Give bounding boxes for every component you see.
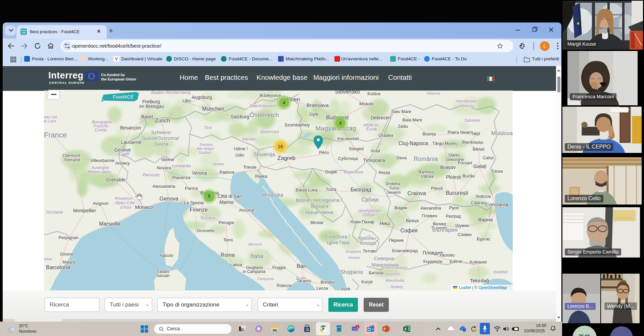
svg-text:Hrvatska: Hrvatska (262, 192, 283, 198)
svg-text:Piatra Neamț: Piatra Neamț (448, 130, 473, 135)
svg-text:Pyce: Pyce (449, 205, 459, 210)
svg-text:Auvergne-: Auvergne- (91, 165, 110, 170)
svg-text:Плевен: Плевен (422, 213, 437, 218)
svg-text:Alessandria: Alessandria (152, 184, 176, 189)
svg-text:Lecce: Lecce (317, 286, 328, 290)
svg-text:Arad: Arad (371, 148, 380, 153)
svg-text:Rhône-Alpes: Rhône-Alpes (88, 170, 111, 174)
svg-text:București: București (446, 190, 468, 196)
svg-text:Udine /: Udine / (234, 146, 248, 151)
svg-text:Ploiești: Ploiești (446, 174, 461, 180)
svg-text:Marino: Marino (220, 200, 234, 205)
svg-text:Călărași: Călărași (471, 201, 486, 205)
svg-text:Ajaccio: Ajaccio (159, 253, 173, 258)
svg-text:Bistrița: Bistrița (422, 131, 436, 136)
svg-text:Timișoara: Timișoara (363, 157, 385, 163)
svg-text:Barcelona: Barcelona (46, 265, 70, 270)
svg-text:Варна: Варна (478, 217, 493, 222)
svg-text:Bârlad: Bârlad (473, 147, 485, 152)
svg-text:Comté: Comté (95, 128, 107, 132)
svg-text:Buzău: Buzău (463, 173, 475, 178)
svg-text:Црна Гора: Црна Гора (327, 240, 350, 245)
svg-text:Διοίκηση: Διοίκηση (386, 272, 401, 276)
svg-text:Constanța: Constanța (486, 202, 509, 207)
svg-text:Svizra: Svizra (154, 141, 168, 147)
svg-text:Verona: Verona (192, 170, 207, 176)
svg-text:Satu Mare: Satu Mare (391, 109, 411, 114)
svg-text:Shqipëria: Shqipëria (340, 269, 363, 275)
svg-text:Craiova: Craiova (407, 190, 426, 196)
svg-text:Μακεδονίας: Μακεδονίας (385, 278, 405, 283)
svg-text:Сливен: Сливен (458, 232, 472, 237)
svg-text:Нови Пазар: Нови Пазар (350, 219, 374, 224)
svg-text:Bari: Bari (297, 263, 306, 269)
svg-text:Villeurbanne: Villeurbanne (90, 158, 114, 163)
svg-text:Drobeta-: Drobeta- (386, 181, 402, 186)
svg-text:România: România (414, 156, 438, 162)
svg-text:16: 16 (278, 144, 283, 149)
svg-text:Shqipëria: Shqipëria (346, 249, 361, 254)
svg-text:Oberösterreich: Oberösterreich (249, 104, 276, 108)
svg-text:Хасково: Хасково (439, 253, 455, 258)
svg-text:Suisse/Svizzera/: Suisse/Svizzera/ (142, 135, 180, 141)
svg-text:Ниш: Ниш (379, 220, 390, 226)
svg-text:Iași: Iași (472, 130, 480, 136)
svg-text:Baia Mare: Baia Mare (402, 117, 422, 122)
svg-text:София: София (400, 228, 417, 233)
svg-text:Pécs: Pécs (319, 150, 329, 155)
svg-text:Baden-Württemberg: Baden-Württemberg (151, 91, 191, 95)
svg-text:Perpignan: Perpignan (58, 235, 78, 240)
svg-text:Szeged: Szeged (349, 146, 364, 151)
svg-text:Trieste: Trieste (243, 165, 256, 170)
svg-text:Marseille: Marseille (99, 221, 121, 227)
svg-text:Padova: Padova (220, 170, 235, 175)
svg-text:X: X (404, 327, 407, 331)
svg-text:d'Azur: d'Azur (120, 205, 132, 210)
svg-text:Észak: Észak (366, 126, 378, 131)
svg-text:Војводина: Војводина (344, 170, 363, 174)
svg-text:Veneto: Veneto (213, 162, 224, 166)
svg-text:Abruzzo: Abruzzo (248, 242, 262, 246)
svg-text:Perugia: Perugia (219, 220, 234, 225)
svg-text:Alexandria: Alexandria (420, 206, 441, 211)
svg-text:Tuzla: Tuzla (326, 187, 336, 192)
svg-text:Враца: Враца (406, 218, 419, 223)
svg-text:Foggia: Foggia (272, 265, 286, 270)
svg-text:Turnu: Turnu (389, 186, 400, 190)
svg-text:Südtirol: Südtirol (198, 151, 211, 155)
svg-text:Oradea: Oradea (378, 133, 393, 138)
svg-text:Bosna i Hercegovina /: Bosna i Hercegovina / (296, 198, 342, 203)
svg-text:Kecskemét: Kecskemét (337, 136, 359, 141)
svg-text:z: z (554, 326, 555, 328)
svg-text:Steiermark: Steiermark (260, 129, 280, 134)
svg-text:Видин: Видин (395, 205, 407, 210)
svg-text:Veriore: Veriore (348, 256, 360, 260)
svg-text:Crna Gora /: Crna Gora / (325, 234, 350, 239)
svg-text:Latina: Latina (230, 262, 242, 267)
svg-text:Piemonte: Piemonte (143, 173, 160, 177)
svg-text:Mataró: Mataró (62, 260, 75, 265)
svg-text:Terni: Terni (223, 237, 233, 242)
svg-text:область: область (459, 104, 474, 108)
svg-text:Montpellier: Montpellier (73, 208, 96, 213)
svg-text:Novara: Novara (157, 165, 171, 170)
svg-text:Brindisi: Brindisi (321, 280, 335, 285)
svg-text:Košice: Košice (367, 91, 380, 96)
svg-text:Grosseto: Grosseto (197, 228, 215, 233)
svg-text:Miskolc: Miskolc (359, 101, 374, 106)
svg-text:Кърджали: Кърджали (423, 259, 442, 264)
svg-text:Roma: Roma (221, 252, 235, 258)
svg-text:Tekirdağ: Tekirdağ (470, 278, 489, 283)
svg-text:Ulm: Ulm (183, 98, 191, 104)
svg-text:entre-Val: entre-Val (44, 115, 57, 119)
svg-text:Avignon: Avignon (93, 201, 109, 206)
svg-text:La Spezia: La Spezia (184, 200, 204, 205)
svg-text:България: България (432, 227, 457, 233)
svg-text:Kosovo: Kosovo (360, 240, 376, 246)
svg-text:Αποκεντρωμένη: Αποκεντρωμένη (381, 265, 408, 269)
svg-text:Alpes-Côte: Alpes-Côte (114, 201, 135, 205)
svg-text:Београд: Београд (351, 187, 371, 192)
svg-text:Разград: Разград (446, 214, 461, 219)
svg-text:Северна: Северна (374, 256, 395, 261)
svg-text:Città di San: Città di San (218, 193, 242, 199)
